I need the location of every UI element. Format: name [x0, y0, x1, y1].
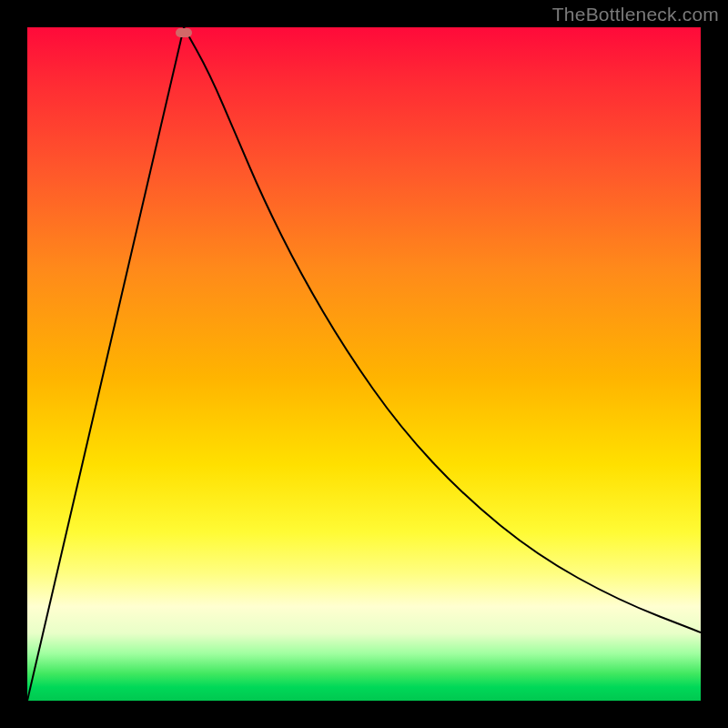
chart-frame: TheBottleneck.com	[0, 0, 728, 728]
plot-area	[27, 27, 701, 701]
curve-right	[184, 27, 701, 632]
min-marker	[176, 28, 192, 37]
curve-left	[27, 27, 184, 701]
watermark-label: TheBottleneck.com	[552, 4, 719, 25]
curve-svg	[27, 27, 701, 701]
